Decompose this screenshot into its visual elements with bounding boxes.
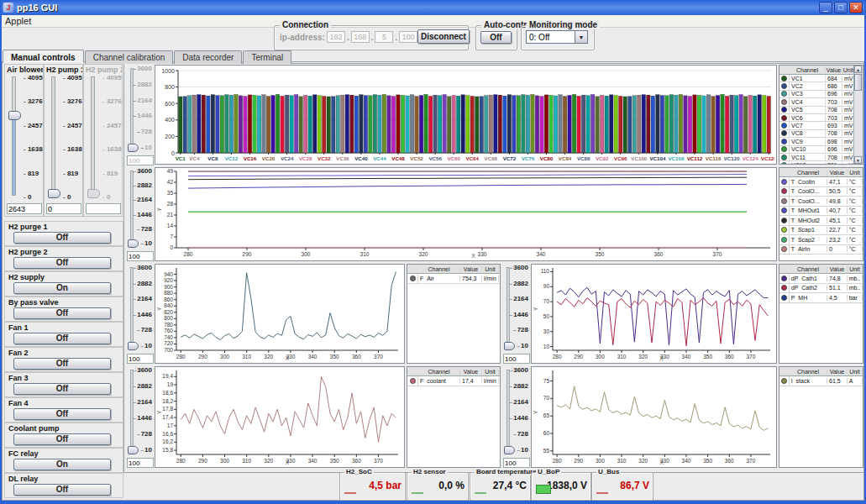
range-slider-row4-left[interactable]: 360028822164144672810 xyxy=(126,366,154,468)
disconnect-button[interactable]: Disconnect xyxy=(417,29,470,44)
status-group-u-bop: U_BoP1838,0 V xyxy=(531,472,591,501)
monitoring-mode-select[interactable]: 0: Off ▼ xyxy=(526,30,588,44)
table-scrollbar[interactable]: ▲▼ xyxy=(853,66,863,164)
scroll-up-icon[interactable]: ▲ xyxy=(854,66,862,73)
range-slider-value[interactable] xyxy=(503,458,530,468)
range-slider-thumb[interactable] xyxy=(128,144,139,152)
toggle-button-h2-purge-1[interactable]: Off xyxy=(13,232,111,244)
range-slider-thumb[interactable] xyxy=(128,446,139,454)
range-slider-thumb[interactable] xyxy=(504,446,515,454)
param-slider-track-area: 40953276245716388190 xyxy=(84,75,122,199)
range-slider-track[interactable] xyxy=(130,267,134,345)
slider-track[interactable] xyxy=(91,76,95,196)
auto-control-button[interactable]: Off xyxy=(480,31,512,44)
range-slider-value[interactable] xyxy=(127,458,154,468)
toggle-button-fan-1[interactable]: Off xyxy=(13,333,111,344)
svg-text:290: 290 xyxy=(198,458,207,464)
param-slider-value[interactable] xyxy=(7,203,42,214)
range-tick-label: 1446 xyxy=(509,414,528,422)
series-color-cell xyxy=(779,82,790,89)
toggle-button-h2-purge-2[interactable]: Off xyxy=(13,257,111,269)
toggle-button-coolant-pump[interactable]: Off xyxy=(13,433,111,445)
range-slider-value[interactable] xyxy=(127,354,154,364)
range-slider-value[interactable] xyxy=(127,155,154,165)
title-bar[interactable]: J pp16 GUI _ □ ✕ xyxy=(0,0,866,15)
svg-text:320: 320 xyxy=(419,251,428,257)
slider-tick-label: 0 xyxy=(24,193,31,201)
ip-octet-1[interactable] xyxy=(327,31,345,43)
stack-current-line-chart: 5560657075280290300310320330340350360370… xyxy=(531,366,777,468)
range-slider-track[interactable] xyxy=(506,267,510,345)
range-slider-track[interactable] xyxy=(130,68,134,147)
range-slider-track[interactable] xyxy=(130,370,134,449)
svg-text:800: 800 xyxy=(164,315,173,321)
slider-track[interactable] xyxy=(51,76,55,196)
svg-text:370: 370 xyxy=(746,354,755,360)
ip-octet-2[interactable] xyxy=(351,31,370,43)
svg-text:X: X xyxy=(286,355,290,361)
range-slider-value[interactable] xyxy=(127,251,154,261)
param-slider-value[interactable] xyxy=(86,203,121,214)
tab-data-recorder[interactable]: Data recorder xyxy=(174,50,242,64)
toggle-button-h2-supply[interactable]: On xyxy=(13,282,111,294)
svg-text:320: 320 xyxy=(638,354,648,360)
range-slider-value[interactable] xyxy=(503,354,530,364)
toggle-button-by-pass-valve[interactable]: Off xyxy=(13,307,111,319)
range-slider-track[interactable] xyxy=(130,171,134,243)
chevron-down-icon[interactable]: ▼ xyxy=(575,31,587,43)
table-header-cell: Value xyxy=(827,266,848,272)
toggle-button-fc-relay[interactable]: On xyxy=(13,459,111,470)
slider-thumb[interactable] xyxy=(48,189,60,198)
svg-text:VC84: VC84 xyxy=(559,155,572,161)
svg-text:VC36: VC36 xyxy=(336,155,349,161)
scroll-down-icon[interactable]: ▼ xyxy=(854,156,862,164)
menu-applet[interactable]: Applet xyxy=(5,16,31,26)
range-slider-row1[interactable]: 360028822164144672810 xyxy=(126,65,154,165)
series-color-dot xyxy=(781,91,787,97)
minimize-button[interactable]: _ xyxy=(819,2,832,13)
svg-text:VC20: VC20 xyxy=(262,155,276,161)
range-slider-row4-mid[interactable]: 360028822164144672810 xyxy=(502,366,530,468)
param-slider-h2-pump-1: H2 pump 140953276245716388190 xyxy=(44,64,83,217)
table-row: VC10696mV xyxy=(779,146,863,154)
slider-track[interactable] xyxy=(12,76,16,196)
toggle-button-fan-3[interactable]: Off xyxy=(13,383,111,395)
svg-text:370: 370 xyxy=(374,354,383,360)
range-slider-thumb[interactable] xyxy=(128,239,139,248)
toggle-button-fan-2[interactable]: Off xyxy=(13,358,111,370)
tab-manual-controls[interactable]: Manual controls xyxy=(3,50,84,63)
range-slider-thumb[interactable] xyxy=(504,342,515,350)
range-slider-row3-mid[interactable]: 360028822164144672810 xyxy=(502,264,530,364)
toggle-button-fan-4[interactable]: Off xyxy=(13,408,111,420)
param-slider-value[interactable] xyxy=(46,203,81,214)
scrollbar-thumb[interactable] xyxy=(854,74,862,91)
toggle-group-fan-2: Fan 2Off xyxy=(4,347,123,372)
table-row: F_Air754,3l/min xyxy=(407,274,500,284)
tab-channel-calibration[interactable]: Channel calibration xyxy=(85,50,174,64)
series-color-cell xyxy=(779,293,790,302)
monitoring-mode-group: Monitoring mode 0: Off ▼ xyxy=(521,25,595,50)
status-value: 1838,0 V xyxy=(547,480,587,491)
tab-terminal[interactable]: Terminal xyxy=(243,50,291,64)
series-color-dot xyxy=(781,237,787,243)
range-slider-thumb[interactable] xyxy=(128,342,139,350)
maximize-button[interactable]: □ xyxy=(834,2,848,13)
svg-text:VC116: VC116 xyxy=(706,155,722,161)
svg-text:X: X xyxy=(471,253,475,259)
range-slider-track[interactable] xyxy=(506,370,510,449)
slider-thumb[interactable] xyxy=(8,111,21,120)
ip-octet-3[interactable] xyxy=(375,31,393,43)
range-tick-label: 2882 xyxy=(133,382,152,390)
range-slider-row3-left[interactable]: 360028822164144672810 xyxy=(126,264,154,364)
slider-thumb[interactable] xyxy=(87,189,100,198)
close-button[interactable]: ✕ xyxy=(849,2,863,13)
unit-cell: °C xyxy=(848,207,863,213)
ip-octet-4[interactable] xyxy=(399,31,417,43)
unit-cell: A xyxy=(848,378,863,384)
table-header: ChannelValueUnit xyxy=(779,265,863,274)
series-color-cell xyxy=(779,235,790,244)
toggle-button-dl-relay[interactable]: Off xyxy=(13,484,111,496)
svg-text:VC44: VC44 xyxy=(373,155,386,161)
svg-text:X: X xyxy=(659,355,664,361)
range-slider-row2[interactable]: 360028822164144672810 xyxy=(126,167,154,261)
